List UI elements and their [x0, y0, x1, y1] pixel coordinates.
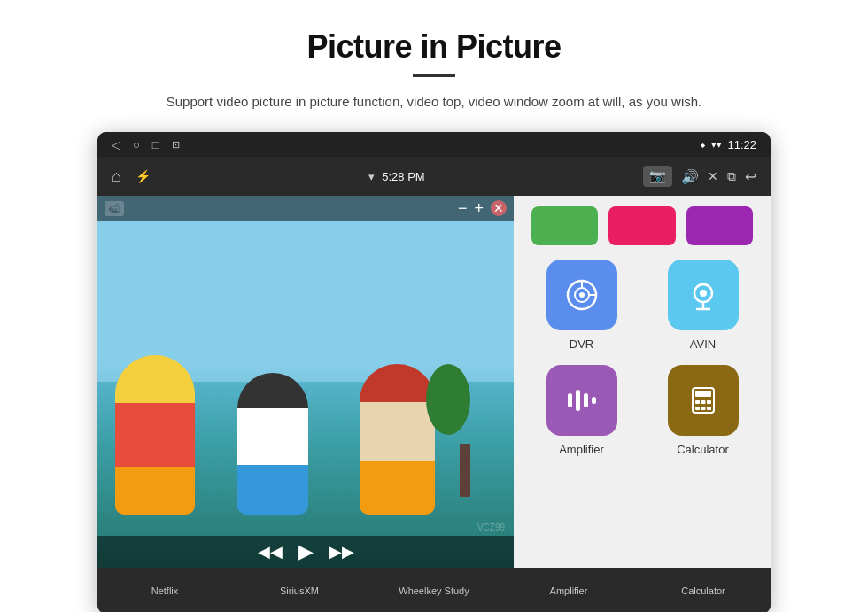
calculator-icon: [668, 365, 739, 436]
svg-rect-18: [695, 407, 700, 410]
pip-minus-button[interactable]: −: [458, 199, 468, 218]
top-row-chips: [528, 206, 756, 245]
tree: [443, 373, 487, 497]
bottom-app-calculator[interactable]: Calculator: [636, 585, 771, 596]
svg-point-8: [700, 290, 707, 297]
forward-button[interactable]: ▶▶: [329, 542, 354, 562]
dvr-label: DVR: [570, 337, 593, 351]
app-header-right: 📷 🔊 ✕ ⧉ ↩: [643, 166, 756, 187]
app-item-dvr[interactable]: DVR: [528, 260, 635, 351]
pip-camera-icon: 📹: [105, 201, 124, 216]
page-title: Picture in Picture: [306, 28, 561, 66]
recent-nav-icon[interactable]: □: [152, 138, 159, 151]
app-item-calculator[interactable]: Calculator: [649, 365, 756, 456]
bottom-labels-bar: Netflix SiriusXM Wheelkey Study Amplifie…: [97, 568, 771, 612]
chip-purple[interactable]: [686, 206, 753, 245]
svg-rect-16: [701, 400, 705, 404]
pip-top-bar: 📹 − + ✕: [97, 196, 514, 221]
avin-label: AVIN: [690, 337, 716, 351]
calculator-label: Calculator: [677, 443, 729, 456]
chip-green[interactable]: [531, 206, 598, 245]
video-player[interactable]: 📹 − + ✕ ◀◀ ▶ ▶▶ VCZ99: [97, 196, 514, 568]
svg-rect-11: [584, 393, 588, 407]
cast-nav-icon[interactable]: ⊡: [172, 139, 180, 151]
app-time: 5:28 PM: [382, 170, 424, 183]
status-bar-left: ◁ ○ □ ⊡: [112, 138, 180, 151]
tree-top: [426, 364, 470, 435]
chip-pink[interactable]: [608, 206, 675, 245]
volume-icon[interactable]: 🔊: [681, 168, 699, 185]
pip-area: 📹 − + ✕ ◀◀ ▶ ▶▶ VCZ99: [97, 196, 514, 568]
close-icon[interactable]: ✕: [708, 169, 718, 183]
status-time: 11:22: [727, 138, 756, 151]
bottom-app-amplifier[interactable]: Amplifier: [501, 585, 636, 596]
svg-point-2: [579, 292, 585, 298]
svg-rect-12: [592, 397, 596, 404]
pip-size-controls: − + ✕: [458, 199, 507, 218]
app-grid: DVR AVIN: [528, 260, 756, 456]
wheelkey-label: Wheelkey Study: [399, 585, 469, 596]
svg-rect-9: [568, 393, 572, 407]
app-header: ⌂ ⚡ ▾ 5:28 PM 📷 🔊 ✕ ⧉ ↩: [97, 157, 771, 196]
bottom-app-netflix[interactable]: Netflix: [97, 585, 232, 596]
app-header-left: ⌂ ⚡: [112, 167, 151, 186]
pip-plus-button[interactable]: +: [474, 199, 484, 218]
title-divider: [413, 74, 455, 77]
calculator-bottom-label: Calculator: [681, 585, 725, 596]
page-subtitle: Support video picture in picture functio…: [167, 91, 701, 112]
pip-icon[interactable]: ⧉: [727, 169, 736, 184]
home-icon[interactable]: ⌂: [112, 167, 121, 186]
device-frame: ◁ ○ □ ⊡ ⬥ ▾▾ 11:22 ⌂ ⚡ ▾ 5:28 PM 📷 🔊 ✕ ⧉…: [97, 132, 771, 612]
usb-icon: ⚡: [136, 169, 151, 183]
svg-rect-20: [707, 407, 711, 410]
rewind-button[interactable]: ◀◀: [258, 542, 283, 562]
pip-playback: ◀◀ ▶ ▶▶: [97, 536, 514, 568]
app-header-center: ▾ 5:28 PM: [368, 170, 424, 183]
back-nav-icon[interactable]: ◁: [112, 138, 120, 151]
svg-rect-14: [695, 391, 711, 397]
bottom-app-wheelkey[interactable]: Wheelkey Study: [367, 585, 501, 596]
person-2: [237, 373, 308, 515]
status-bar-right: ⬥ ▾▾ 11:22: [700, 138, 756, 151]
camera-button[interactable]: 📷: [643, 166, 672, 187]
app-item-avin[interactable]: AVIN: [649, 260, 756, 351]
avin-icon: [668, 260, 739, 330]
wifi-icon: ▾▾: [711, 139, 722, 151]
home-nav-icon[interactable]: ○: [133, 138, 140, 151]
app-grid-area: DVR AVIN: [514, 196, 771, 568]
play-button[interactable]: ▶: [298, 540, 314, 563]
tree-trunk: [460, 444, 470, 497]
location-icon: ⬥: [700, 138, 706, 151]
pip-close-button[interactable]: ✕: [491, 200, 507, 216]
status-bar: ◁ ○ □ ⊡ ⬥ ▾▾ 11:22: [97, 132, 771, 157]
netflix-label: Netflix: [151, 585, 179, 596]
svg-rect-15: [695, 400, 700, 404]
person-1: [115, 355, 195, 515]
watermark: VCZ99: [477, 523, 505, 532]
svg-rect-17: [707, 400, 711, 404]
bottom-app-siriusxm[interactable]: SiriusXM: [232, 585, 367, 596]
svg-rect-19: [701, 407, 705, 410]
siriusxm-label: SiriusXM: [280, 585, 319, 596]
amplifier-bottom-label: Amplifier: [550, 585, 588, 596]
app-item-amplifier[interactable]: Amplifier: [528, 365, 635, 456]
svg-rect-10: [576, 390, 580, 411]
wifi-status-icon: ▾: [368, 170, 375, 183]
main-area: 📹 − + ✕ ◀◀ ▶ ▶▶ VCZ99: [97, 196, 771, 568]
back-icon[interactable]: ↩: [745, 168, 756, 185]
dvr-icon: [546, 260, 617, 330]
person-3: [360, 364, 435, 515]
amplifier-label: Amplifier: [559, 443, 604, 456]
amplifier-icon: [546, 365, 617, 436]
